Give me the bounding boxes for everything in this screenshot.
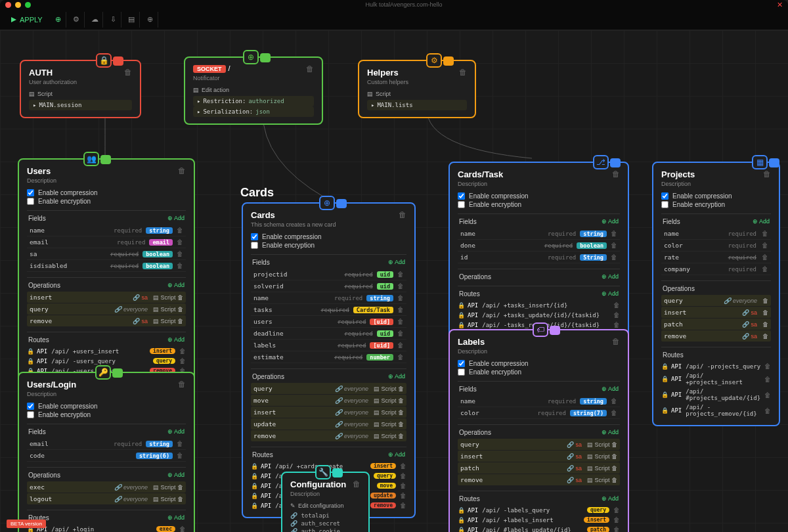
max-dot[interactable] — [25, 2, 31, 8]
operation-row[interactable]: update🔗 everyone▤ Script 🗑 — [251, 418, 406, 430]
trash-icon[interactable]: 🗑 — [612, 169, 620, 179]
node-users-login[interactable]: 🔑 Users/Login🗑 Description Enable compre… — [18, 372, 195, 532]
operation-row[interactable]: patch🔗 sa▤ Script 🗑 — [458, 462, 620, 474]
gear-icon[interactable]: ⚙ — [69, 12, 85, 28]
close-dot[interactable] — [5, 2, 11, 8]
field-row[interactable]: labelsrequired[uid]🗑 — [251, 340, 406, 351]
route-row[interactable]: 🔒API/api/ -projects_query🗑 — [661, 361, 771, 371]
add-button[interactable]: ⊕ Add — [167, 472, 185, 479]
node-labels[interactable]: 🏷 Labels🗑 Description Enable compression… — [449, 329, 629, 532]
enable-encryption[interactable]: Enable encryption — [661, 201, 771, 208]
add-button[interactable]: ⊕ Add — [602, 495, 619, 502]
canvas[interactable]: Cards 🔒 AUTH🗑 User authorization ▤ Scrip… — [0, 30, 788, 532]
enable-encryption[interactable]: Enable encryption — [251, 242, 406, 249]
add-button[interactable]: ⊕ Add — [602, 386, 619, 393]
add-button[interactable]: ⊕ Add — [167, 514, 185, 521]
route-row[interactable]: 🔒API/api/ +loginexec🗑 — [27, 524, 186, 532]
route-row[interactable]: 🔒API/api/ +tasks_update/{id}/{taskid}🗑 — [458, 310, 620, 320]
field-row[interactable]: estimaterequirednumber🗑 — [251, 351, 406, 363]
field-row[interactable]: solveridrequireduid🗑 — [251, 280, 406, 292]
operation-row[interactable]: insert🔗 sa▤ Script 🗑 — [458, 451, 620, 462]
node-cards-task[interactable]: ⎇ Cards/Task🗑 Description Enable compres… — [449, 162, 629, 338]
route-row[interactable]: 🔒API/api/ +users_insertinsert🗑 — [27, 346, 186, 356]
field-row[interactable]: isdisabledrequiredboolean🗑 — [27, 260, 186, 272]
operation-row[interactable]: remove🔗 sa▤ Script 🗑 — [27, 315, 186, 326]
field-row[interactable]: emailrequiredemail🗑 — [27, 236, 186, 248]
route-row[interactable]: 🔒API/api/ -labels_queryquery🗑 — [458, 505, 620, 515]
field-row[interactable]: usersrequired[uid]🗑 — [251, 316, 406, 328]
route-row[interactable]: 🔒API/api/ -projects_remove/{id}🗑 — [661, 403, 771, 418]
trash-icon[interactable]: 🗑 — [124, 68, 132, 77]
add-button[interactable]: ⊕ Add — [753, 218, 770, 225]
operation-row[interactable]: query🔗 everyone▤ Script 🗑 — [27, 303, 186, 315]
node-configuration[interactable]: 🔧 Configuration🗑 Description ✎ Edit conf… — [281, 472, 370, 532]
operation-row[interactable]: logout🔗 everyone▤ Script 🗑 — [27, 493, 186, 504]
field-row[interactable]: tasksrequiredCards/Task🗑 — [251, 304, 406, 316]
add-icon[interactable]: ⊕ — [51, 12, 66, 28]
operation-row[interactable]: insert🔗 everyone▤ Script 🗑 — [251, 407, 406, 418]
add-button[interactable]: ⊕ Add — [388, 373, 405, 380]
enable-compression[interactable]: Enable compression — [27, 403, 186, 410]
route-row[interactable]: 🔒API/api/ #projects_update/{id}🗑 — [661, 387, 771, 403]
field-row[interactable]: deadlinerequireduid🗑 — [251, 328, 406, 340]
field-row[interactable]: namerequiredstring🗑 — [27, 225, 186, 236]
field-row[interactable]: sarequiredboolean🗑 — [27, 248, 186, 260]
add-button[interactable]: ⊕ Add — [602, 429, 619, 436]
add-button[interactable]: ⊕ Add — [167, 282, 185, 289]
enable-compression[interactable]: Enable compression — [27, 189, 186, 196]
route-row[interactable]: 🔒API/api/ #labels_update/{id}patch🗑 — [458, 525, 620, 532]
trash-icon[interactable]: 🗑 — [612, 337, 620, 346]
trash-icon[interactable]: 🗑 — [353, 479, 361, 489]
add-button[interactable]: ⊕ Add — [602, 218, 619, 225]
close-icon[interactable]: ✕ — [777, 1, 783, 9]
route-row[interactable]: 🔒API/api/ -users_queryquery🗑 — [27, 356, 186, 366]
add-button[interactable]: ⊕ Add — [388, 259, 405, 266]
operation-row[interactable]: remove🔗 everyone▤ Script 🗑 — [251, 430, 406, 441]
trash-icon[interactable]: 🗑 — [306, 64, 314, 74]
node-users[interactable]: 👥 Users🗑 Description Enable compression … — [18, 158, 195, 384]
field-row[interactable]: emailrequiredstring🗑 — [27, 438, 186, 450]
field-row[interactable]: colorrequiredstring(7)🗑 — [458, 407, 620, 419]
enable-encryption[interactable]: Enable encryption — [27, 411, 186, 418]
add-button[interactable]: ⊕ Add — [602, 273, 619, 280]
globe-icon[interactable]: ⊕ — [142, 12, 158, 28]
edit-config[interactable]: ✎ Edit configuration — [290, 502, 361, 509]
operation-row[interactable]: query🔗 everyone🗑 — [661, 295, 771, 306]
operation-row[interactable]: patch🔗 sa🗑 — [661, 319, 771, 330]
operation-row[interactable]: query🔗 sa▤ Script 🗑 — [458, 439, 620, 450]
route-row[interactable]: 🔒API/api/ +projects_insert🗑 — [661, 371, 771, 387]
operation-row[interactable]: remove🔗 sa▤ Script 🗑 — [458, 474, 620, 485]
operation-row[interactable]: insert🔗 sa🗑 — [661, 307, 771, 318]
field-row[interactable]: projectidrequireduid🗑 — [251, 269, 406, 280]
field-row[interactable]: namerequiredstring🗑 — [458, 395, 620, 407]
field-row[interactable]: idrequiredString🗑 — [458, 252, 620, 263]
trash-icon[interactable]: 🗑 — [399, 210, 406, 219]
enable-compression[interactable]: Enable compression — [458, 192, 620, 200]
field-row[interactable]: namerequiredstring🗑 — [458, 228, 620, 240]
field-row[interactable]: raterequired🗑 — [661, 252, 771, 263]
node-auth[interactable]: 🔒 AUTH🗑 User authorization ▤ Script ▸ MA… — [20, 60, 141, 118]
operation-row[interactable]: insert🔗 sa▤ Script 🗑 — [27, 292, 186, 303]
list-icon[interactable]: ▤ — [124, 12, 140, 28]
operation-row[interactable]: move🔗 everyone▤ Script 🗑 — [251, 395, 406, 406]
min-dot[interactable] — [15, 2, 21, 8]
add-button[interactable]: ⊕ Add — [388, 451, 405, 458]
field-row[interactable]: codestring(6)🗑 — [27, 450, 186, 462]
operation-row[interactable]: remove🔗 sa🗑 — [661, 330, 771, 342]
field-row[interactable]: colorrequired🗑 — [661, 240, 771, 252]
field-row[interactable]: namerequired🗑 — [661, 228, 771, 240]
enable-encryption[interactable]: Enable encryption — [458, 368, 620, 376]
add-button[interactable]: ⊕ Add — [167, 215, 185, 222]
operation-row[interactable]: exec🔗 everyone▤ Script 🗑 — [27, 481, 186, 493]
trash-icon[interactable]: 🗑 — [763, 169, 771, 179]
node-helpers[interactable]: ⚙ Helpers🗑 Custom helpers ▤ Script ▸ MAI… — [358, 60, 476, 118]
route-row[interactable]: 🔒API/api/ +tasks_insert/{id}🗑 — [458, 300, 620, 310]
enable-compression[interactable]: Enable compression — [458, 360, 620, 367]
node-notificator[interactable]: ⊕ SOCKET/🗑 Notificator ▤ Edit action ▸ R… — [184, 56, 323, 125]
route-row[interactable]: 🔒API/api/ +labels_insertinsert🗑 — [458, 515, 620, 525]
enable-compression[interactable]: Enable compression — [661, 192, 771, 200]
node-projects[interactable]: ▦ Projects🗑 Description Enable compressi… — [652, 162, 780, 426]
field-row[interactable]: donerequiredboolean🗑 — [458, 240, 620, 252]
enable-compression[interactable]: Enable compression — [251, 233, 406, 240]
trash-icon[interactable]: 🗑 — [178, 166, 186, 175]
